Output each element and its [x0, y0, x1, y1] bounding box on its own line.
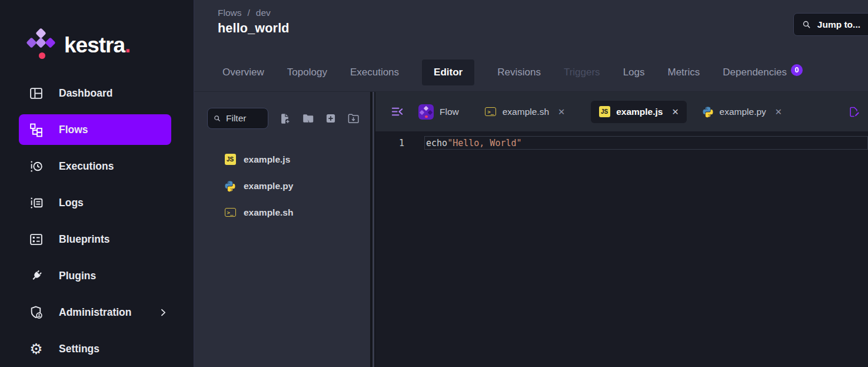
code-token-command: echo: [426, 138, 447, 148]
python-icon: [224, 180, 236, 192]
close-icon[interactable]: ✕: [558, 107, 565, 117]
sidebar-item-label: Dashboard: [59, 87, 112, 100]
javascript-icon: JS: [224, 154, 236, 166]
sidebar-item-label: Settings: [59, 343, 99, 355]
file-list: JS example.js example.py >_ example.sh: [194, 146, 370, 226]
editor-tab-flow[interactable]: Flow: [418, 104, 459, 120]
export-folder-icon[interactable]: [347, 113, 360, 125]
sidebar-item-dashboard[interactable]: Dashboard: [0, 75, 194, 111]
sidebar-item-label: Administration: [59, 306, 131, 319]
sidebar-item-blueprints[interactable]: Blueprints: [0, 221, 194, 257]
close-icon[interactable]: ✕: [671, 107, 679, 117]
tab-executions[interactable]: Executions: [350, 67, 399, 78]
tab-editor[interactable]: Editor: [422, 59, 474, 85]
tab-logs[interactable]: Logs: [623, 67, 645, 78]
panel-splitter[interactable]: [370, 92, 375, 367]
blueprints-icon: [28, 232, 44, 247]
sidebar-item-label: Executions: [59, 160, 114, 173]
editor-tab-example-js[interactable]: JS example.js ✕: [591, 101, 686, 123]
file-explorer-panel: JS example.js example.py >_ example.sh: [194, 92, 370, 367]
breadcrumb-separator: /: [247, 8, 250, 18]
code-editor[interactable]: 1 echo "Hello, World": [375, 131, 868, 367]
file-name: example.sh: [244, 207, 293, 218]
kestra-flow-icon: [418, 104, 434, 120]
jump-to-label: Jump to...: [817, 19, 860, 30]
code-line-1: 1 echo "Hello, World": [375, 136, 868, 150]
page-title: hello_world: [218, 21, 868, 36]
kestra-logo-icon: [27, 29, 56, 62]
kestra-logo[interactable]: kestra.: [0, 0, 194, 70]
executions-icon: [28, 159, 44, 174]
dependencies-count-badge: 0: [791, 64, 803, 76]
sidebar-item-administration[interactable]: Administration: [0, 294, 194, 330]
settings-icon: ⚙: [28, 342, 44, 356]
editor-tab-label: example.js: [616, 107, 663, 117]
sidebar-item-executions[interactable]: Executions: [0, 148, 194, 184]
tab-overview[interactable]: Overview: [222, 67, 264, 78]
file-name: example.py: [244, 181, 293, 191]
sidebar-item-flows[interactable]: Flows: [19, 114, 171, 145]
plugins-icon: [28, 269, 44, 283]
editor-tab-label: example.sh: [503, 107, 549, 117]
edit-file-icon[interactable]: [848, 106, 860, 118]
code-token-string: "Hello, World": [447, 138, 521, 148]
editor-tab-label: example.py: [720, 107, 766, 117]
file-row-example-py[interactable]: example.py: [194, 173, 370, 199]
dashboard-icon: [28, 86, 44, 101]
tab-revisions[interactable]: Revisions: [497, 67, 541, 78]
sidebar-item-label: Logs: [59, 197, 84, 209]
search-icon: [213, 114, 221, 123]
main-area: Flows / dev hello_world Jump to... Overv…: [194, 0, 868, 367]
file-row-example-js[interactable]: JS example.js: [194, 146, 370, 173]
flows-icon: [28, 123, 44, 137]
editor-tab-bar: Flow >_ example.sh ✕ JS example.js ✕: [375, 92, 868, 131]
editor-tab-example-sh[interactable]: >_ example.sh ✕: [485, 106, 565, 118]
terminal-icon: >_: [224, 207, 236, 219]
new-folder-icon[interactable]: [302, 113, 314, 125]
sidebar-item-label: Flows: [59, 124, 88, 136]
file-row-example-sh[interactable]: >_ example.sh: [194, 199, 370, 226]
close-icon[interactable]: ✕: [775, 107, 782, 117]
chevron-right-icon: [158, 308, 168, 318]
jump-to-button[interactable]: Jump to...: [793, 13, 868, 36]
tab-topology[interactable]: Topology: [287, 67, 327, 78]
tab-triggers: Triggers: [564, 67, 600, 78]
breadcrumb: Flows / dev: [218, 8, 868, 18]
editor-pane: Flow >_ example.sh ✕ JS example.js ✕: [375, 92, 868, 367]
collapse-sidebar-icon[interactable]: [391, 105, 404, 118]
sidebar: kestra. Dashboard Flows: [0, 0, 194, 367]
brand-wordmark: kestra.: [64, 33, 130, 58]
logs-icon: [28, 196, 44, 210]
tab-metrics[interactable]: Metrics: [668, 67, 700, 78]
sidebar-item-label: Plugins: [59, 270, 96, 282]
sidebar-nav: Dashboard Flows: [0, 75, 194, 367]
javascript-icon: JS: [598, 106, 610, 118]
search-icon: [802, 19, 812, 29]
sidebar-item-settings[interactable]: ⚙ Settings: [0, 330, 194, 367]
sidebar-item-plugins[interactable]: Plugins: [0, 257, 194, 294]
sidebar-item-label: Blueprints: [59, 233, 110, 246]
flow-tab-bar: Overview Topology Executions Editor Revi…: [194, 53, 868, 91]
breadcrumb-namespace[interactable]: dev: [256, 8, 271, 18]
administration-icon: [28, 305, 44, 320]
file-name: example.js: [244, 154, 290, 165]
line-number: 1: [375, 138, 424, 148]
editor-tab-label: Flow: [440, 107, 459, 117]
editor-tab-example-py[interactable]: example.py ✕: [702, 106, 782, 118]
new-file-icon[interactable]: [279, 113, 291, 125]
breadcrumb-flows[interactable]: Flows: [218, 8, 241, 18]
file-explorer-toolbar: [194, 92, 370, 129]
add-square-icon[interactable]: [325, 113, 337, 124]
sidebar-item-logs[interactable]: Logs: [0, 184, 194, 221]
terminal-icon: >_: [485, 106, 497, 118]
editor-content: JS example.js example.py >_ example.sh: [194, 91, 868, 367]
page-header: Flows / dev hello_world Jump to...: [194, 0, 868, 53]
current-line-highlight: echo "Hello, World": [424, 136, 868, 150]
python-icon: [702, 106, 714, 118]
filter-input[interactable]: [226, 113, 260, 124]
tab-dependencies[interactable]: Dependencies 0: [723, 67, 803, 78]
filter-box[interactable]: [207, 108, 268, 129]
